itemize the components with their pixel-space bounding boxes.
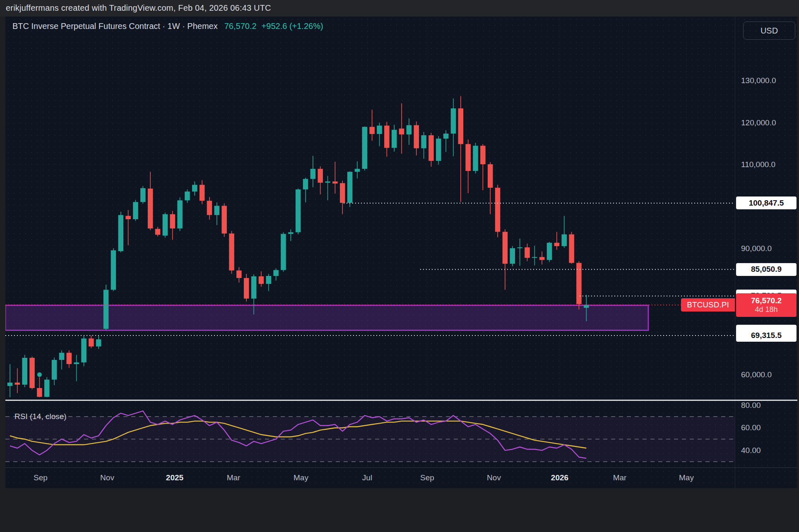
last-price: 76,570.2 (224, 22, 257, 31)
time-axis-label[interactable]: Sep (420, 473, 434, 482)
time-axis-label[interactable]: Mar (227, 473, 241, 482)
price-axis-tick: 130,000.0 (741, 76, 776, 85)
price-axis-tick: 120,000.0 (741, 118, 776, 127)
currency-toggle-button[interactable]: USD (743, 22, 795, 40)
time-axis-label[interactable]: 2025 (166, 473, 183, 482)
time-axis-label[interactable]: Mar (613, 473, 627, 482)
time-axis-label[interactable]: Nov (100, 473, 114, 482)
tradingview-export: erikjuffermans created with TradingView.… (0, 0, 799, 532)
price-axis-tick: 110,000.0 (741, 160, 775, 169)
bar-countdown: 4d 18h (755, 305, 777, 314)
price-axis-border[interactable] (735, 17, 735, 488)
symbol-header[interactable]: BTC Inverse Perpetual Futures Contract ·… (12, 22, 323, 31)
attribution-bar: erikjuffermans created with TradingView.… (0, 0, 799, 17)
price-level-chip: 69,315.5 (736, 329, 797, 342)
price-change: +952.6 (+1.26%) (262, 22, 323, 31)
time-axis-border (5, 467, 797, 468)
symbol-title[interactable]: BTC Inverse Perpetual Futures Contract ·… (12, 22, 218, 31)
rsi-axis-tick: 40.00 (741, 446, 761, 455)
time-axis-label[interactable]: 2026 (551, 473, 568, 482)
current-price-label: 76,570.2 4d 18h (736, 293, 797, 317)
current-price-value: 76,570.2 (751, 296, 782, 305)
price-axis-tick: 90,000.0 (741, 244, 772, 253)
attribution-text: erikjuffermans created with TradingView.… (6, 3, 271, 13)
symbol-price-flag: BTCUSD.PI (681, 298, 735, 312)
time-axis-label[interactable]: Jul (362, 473, 372, 482)
chart-widget[interactable] (5, 17, 797, 488)
pane-separator[interactable] (5, 400, 797, 401)
price-level-chip: 100,847.5 (736, 197, 797, 209)
rsi-indicator-label[interactable]: RSI (14, close) (14, 412, 67, 421)
bottom-strip: TradingView (0, 488, 799, 532)
time-axis-label[interactable]: Nov (487, 473, 501, 482)
rsi-axis-tick: 60.00 (741, 423, 761, 432)
price-level-chip: 85,050.9 (736, 263, 797, 276)
chart-canvas[interactable] (5, 17, 797, 488)
price-axis-tick: 60,000.0 (741, 370, 772, 379)
time-axis-label[interactable]: Sep (34, 473, 48, 482)
time-axis-label[interactable]: May (294, 473, 308, 482)
rsi-axis-tick: 80.00 (741, 401, 761, 410)
time-axis-label[interactable]: May (679, 473, 694, 482)
